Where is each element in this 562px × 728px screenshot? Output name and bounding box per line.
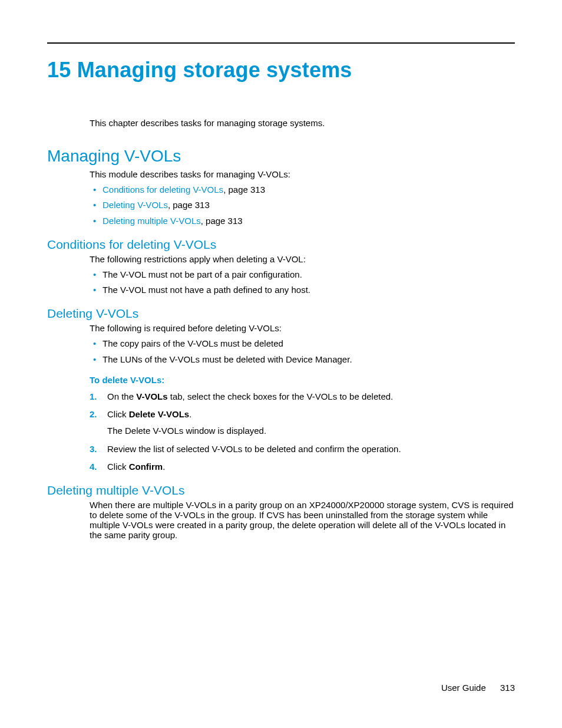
toc-item: Conditions for deleting V-VOLs, page 313 <box>90 184 515 196</box>
toc-suffix: , page 313 <box>201 216 243 226</box>
subsection-body: The following is required before deletin… <box>90 323 515 473</box>
step: Click Delete V-VOLs. The Delete V-VOLs w… <box>90 409 515 437</box>
subsection-body: When there are multiple V-VOLs in a pari… <box>90 500 515 540</box>
subsection-conditions: Conditions for deleting V-VOLs <box>47 238 515 252</box>
restrictions-list: The V-VOL must not be part of a pair con… <box>90 269 515 297</box>
list-item: The copy pairs of the V-VOLs must be del… <box>90 338 515 350</box>
list-item: The LUNs of the V-VOLs must be deleted w… <box>90 354 515 365</box>
paragraph: When there are multiple V-VOLs in a pari… <box>90 500 515 540</box>
chapter-intro: This chapter describes tasks for managin… <box>90 118 515 128</box>
page-number: 313 <box>500 683 515 693</box>
step-text: On the <box>107 391 136 401</box>
procedure-title: To delete V-VOLs: <box>90 375 515 385</box>
step-text: . <box>163 462 165 472</box>
toc-link[interactable]: Conditions for deleting V-VOLs <box>103 185 223 195</box>
step: On the V-VOLs tab, select the check boxe… <box>90 391 515 403</box>
subsection-body: The following restrictions apply when de… <box>90 254 515 297</box>
document-page: 15 Managing storage systems This chapter… <box>0 0 562 728</box>
step: Review the list of selected V-VOLs to be… <box>90 443 515 455</box>
toc-item: Deleting multiple V-VOLs, page 313 <box>90 215 515 227</box>
step-bold: Confirm <box>129 462 163 472</box>
subsection-deleting-multiple: Deleting multiple V-VOLs <box>47 483 515 498</box>
step-bold: V-VOLs <box>136 391 167 401</box>
toc-list: Conditions for deleting V-VOLs, page 313… <box>90 184 515 227</box>
step-result: The Delete V-VOLs window is displayed. <box>107 425 515 437</box>
section-managing-vvols: Managing V-VOLs <box>47 147 515 166</box>
top-rule <box>47 42 515 44</box>
step: Click Confirm. <box>90 461 515 473</box>
section-intro: This module describes tasks for managing… <box>90 169 515 179</box>
toc-suffix: , page 313 <box>223 185 265 195</box>
step-text: . <box>189 409 191 419</box>
step-text: tab, select the check boxes for the V-VO… <box>168 391 394 401</box>
subsection-intro: The following is required before deletin… <box>90 323 515 333</box>
section-body: This module describes tasks for managing… <box>90 169 515 227</box>
footer-label: User Guide <box>441 683 486 693</box>
step-text: Click <box>107 462 129 472</box>
toc-link[interactable]: Deleting multiple V-VOLs <box>103 216 201 226</box>
subsection-deleting: Deleting V-VOLs <box>47 307 515 321</box>
step-bold: Delete V-VOLs <box>129 409 190 419</box>
toc-item: Deleting V-VOLs, page 313 <box>90 199 515 211</box>
step-text: Click <box>107 409 129 419</box>
toc-suffix: , page 313 <box>168 200 210 210</box>
list-item: The V-VOL must not be part of a pair con… <box>90 269 515 281</box>
subsection-intro: The following restrictions apply when de… <box>90 254 515 264</box>
toc-link[interactable]: Deleting V-VOLs <box>103 200 168 210</box>
page-footer: User Guide 313 <box>441 683 515 693</box>
list-item: The V-VOL must not have a path defined t… <box>90 284 515 296</box>
requirements-list: The copy pairs of the V-VOLs must be del… <box>90 338 515 365</box>
procedure-steps: On the V-VOLs tab, select the check boxe… <box>90 391 515 473</box>
chapter-title: 15 Managing storage systems <box>47 58 515 83</box>
